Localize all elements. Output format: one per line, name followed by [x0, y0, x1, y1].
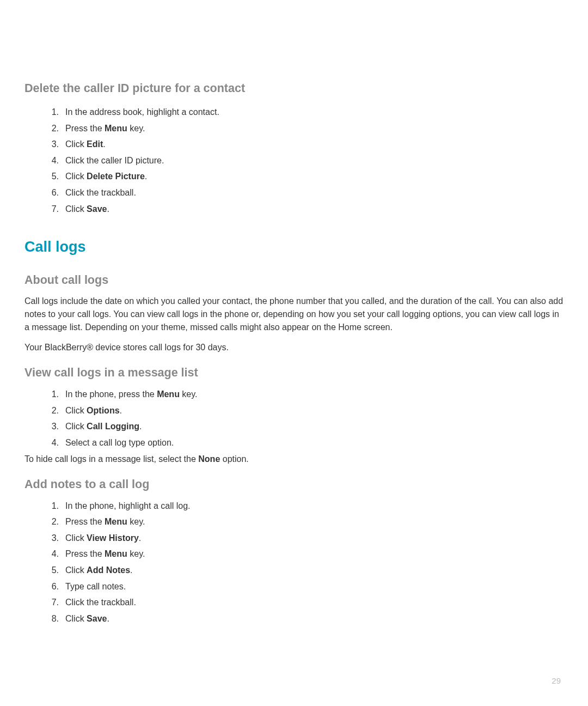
list-item: Click Edit.: [53, 137, 564, 151]
list-item: Press the Menu key.: [53, 121, 564, 136]
section-heading-about-call-logs: About call logs: [24, 273, 564, 287]
steps-list-1: In the address book, highlight a contact…: [53, 105, 564, 216]
list-item: Type call notes.: [53, 580, 564, 594]
list-item: Press the Menu key.: [53, 515, 564, 529]
list-item: Click Save.: [53, 202, 564, 216]
list-item: Click Delete Picture.: [53, 169, 564, 184]
paragraph-hide-call-logs: To hide call logs in a message list, sel…: [24, 453, 564, 466]
section-heading-add-notes: Add notes to a call log: [24, 478, 564, 491]
list-item: Click View History.: [53, 531, 564, 545]
list-item: In the phone, press the Menu key.: [53, 387, 564, 401]
section-heading-view-call-logs: View call logs in a message list: [24, 366, 564, 380]
list-item: In the phone, highlight a call log.: [53, 499, 564, 513]
list-item: Press the Menu key.: [53, 547, 564, 561]
steps-list-3: In the phone, highlight a call log. Pres…: [53, 499, 564, 626]
steps-list-2: In the phone, press the Menu key. Click …: [53, 387, 564, 449]
list-item: Click the trackball.: [53, 595, 564, 610]
list-item: Select a call log type option.: [53, 436, 564, 450]
list-item: In the address book, highlight a contact…: [53, 105, 564, 119]
main-heading-call-logs: Call logs: [24, 239, 564, 255]
paragraph-about-call-logs-2: Your BlackBerry® device stores call logs…: [24, 341, 564, 354]
list-item: Click the caller ID picture.: [53, 154, 564, 168]
list-item: Click Add Notes.: [53, 563, 564, 577]
list-item: Click Options.: [53, 404, 564, 418]
list-item: Click Save.: [53, 612, 564, 626]
page-number: 29: [552, 676, 561, 685]
paragraph-about-call-logs-1: Call logs include the date on which you …: [24, 295, 564, 334]
list-item: Click the trackball.: [53, 186, 564, 200]
list-item: Click Call Logging.: [53, 419, 564, 434]
section-heading-delete-caller-id: Delete the caller ID picture for a conta…: [24, 82, 564, 95]
